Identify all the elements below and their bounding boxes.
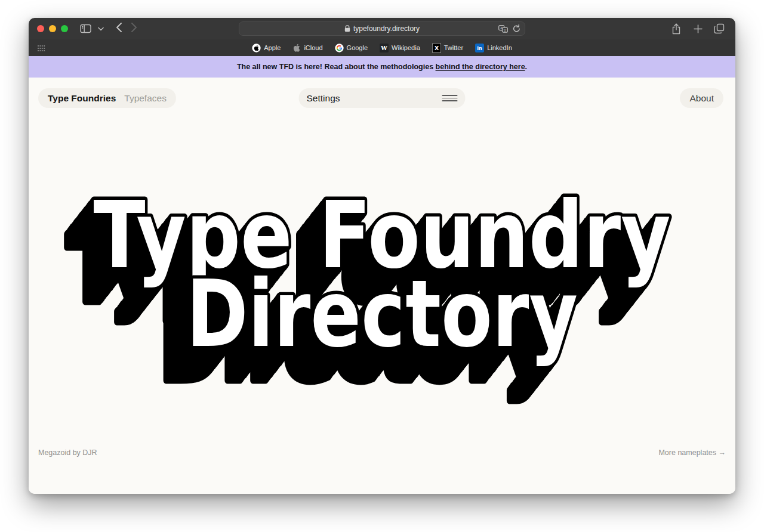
bookmark-label: Wikipedia [392,44,420,51]
about-label: About [689,93,714,104]
announcement-banner: The all new TFD is here! Read about the … [29,56,735,78]
back-button[interactable] [116,22,122,35]
google-favicon [335,44,344,52]
settings-button[interactable]: Settings [299,88,466,108]
toolbar-right-controls [668,18,727,39]
bookmark-label: Twitter [444,44,463,51]
address-bar[interactable]: typefoundry.directory A 文 [239,21,525,36]
svg-text:文: 文 [503,28,507,32]
svg-text:A: A [500,26,503,29]
wikipedia-favicon: W [380,44,389,52]
apple-favicon [252,44,261,52]
nameplate-credit: Megazoid by DJR [38,449,97,457]
about-button[interactable]: About [680,88,723,108]
url-text: typefoundry.directory [353,24,420,33]
hamburger-icon [442,95,458,101]
traffic-lights [37,25,68,32]
minimize-window-button[interactable] [49,25,56,32]
page-content: Type Foundries Typefaces Settings About … [29,78,735,494]
share-icon[interactable] [668,21,684,36]
bookmark-linkedin[interactable]: in LinkedIn [475,44,512,52]
nav-history-controls [116,22,137,35]
settings-label: Settings [307,93,340,104]
bookmark-google[interactable]: Google [335,44,368,52]
translate-icon[interactable]: A 文 [498,25,508,33]
hero-section: Type FoundryDirectoryType FoundryDirecto… [29,172,735,407]
bookmark-icloud[interactable]: iCloud [292,44,322,52]
sidebar-controls [78,21,106,36]
screenshot: typefoundry.directory A 文 [0,0,764,532]
tab-typefaces[interactable]: Typefaces [124,93,167,104]
bookmarks-bar: Apple iCloud [29,39,735,56]
sidebar-toggle-icon[interactable] [78,21,93,36]
icloud-favicon [292,44,301,52]
browser-toolbar: typefoundry.directory A 文 [29,18,735,39]
browser-window: typefoundry.directory A 文 [29,18,735,494]
zoom-window-button[interactable] [61,25,68,32]
bookmark-label: Apple [264,44,281,51]
chevron-down-icon[interactable] [96,21,106,36]
nameplate-art: Type FoundryDirectoryType FoundryDirecto… [60,172,704,407]
bookmark-twitter[interactable]: X Twitter [432,44,463,52]
banner-link[interactable]: behind the directory here [436,63,525,71]
new-tab-icon[interactable] [690,21,706,36]
svg-text:X: X [435,44,439,51]
reload-icon[interactable] [513,24,520,33]
twitter-x-favicon: X [432,44,441,52]
tab-overview-icon[interactable] [711,21,727,36]
linkedin-favicon: in [475,44,484,52]
forward-button[interactable] [131,22,137,35]
svg-text:W: W [380,44,387,51]
site-nav: Type Foundries Typefaces Settings About [29,78,735,108]
tab-type-foundries[interactable]: Type Foundries [48,93,116,104]
bookmark-apple[interactable]: Apple [252,44,281,52]
svg-text:in: in [477,45,482,51]
bookmark-label: LinkedIn [487,44,512,51]
banner-text: The all new TFD is here! Read about the … [237,63,527,71]
more-nameplates-link[interactable]: More nameplates → [658,449,726,457]
bookmark-label: iCloud [304,44,322,51]
svg-text:Directory: Directory [186,260,578,368]
bookmark-label: Google [347,44,368,51]
bookmark-wikipedia[interactable]: W Wikipedia [380,44,420,52]
view-toggle: Type Foundries Typefaces [38,88,176,108]
lock-icon [344,25,350,32]
hero-footer: Megazoid by DJR More nameplates → [29,449,735,494]
favorites-grid-icon[interactable] [37,44,45,54]
close-window-button[interactable] [37,25,44,32]
